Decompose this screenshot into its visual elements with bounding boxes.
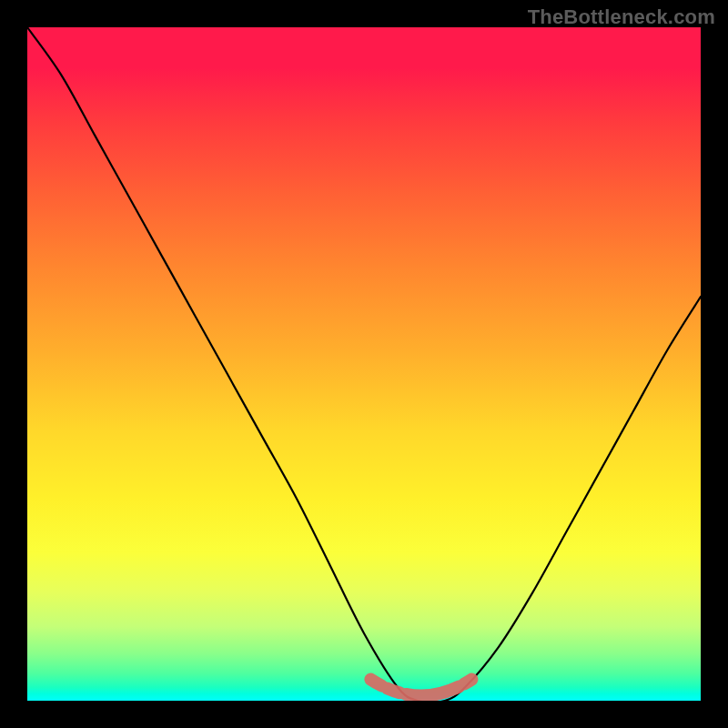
- curve-layer: [27, 27, 701, 701]
- watermark-label: TheBottleneck.com: [528, 5, 715, 29]
- bottleneck-curve: [27, 27, 701, 701]
- plot-area: [27, 27, 701, 701]
- sweet-spot-highlight: [370, 680, 471, 696]
- chart-frame: TheBottleneck.com: [0, 0, 728, 728]
